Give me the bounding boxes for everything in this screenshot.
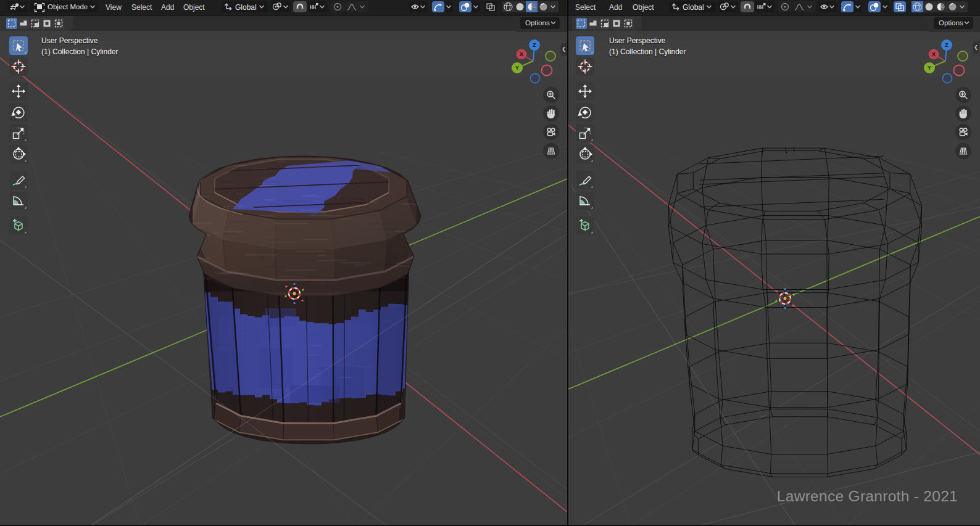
- svg-text:Y: Y: [515, 64, 520, 71]
- svg-text:Y: Y: [928, 64, 932, 71]
- svg-text:Select: Select: [131, 3, 152, 12]
- svg-text:X: X: [520, 51, 524, 57]
- svg-text:Global: Global: [683, 3, 704, 12]
- svg-text:X: X: [932, 51, 936, 57]
- svg-text:Object: Object: [183, 3, 205, 12]
- svg-text:Global: Global: [235, 3, 257, 12]
- svg-text:Z: Z: [945, 41, 949, 48]
- svg-text:Add: Add: [161, 3, 174, 12]
- svg-text:View: View: [106, 3, 122, 12]
- svg-text:Z: Z: [533, 41, 536, 48]
